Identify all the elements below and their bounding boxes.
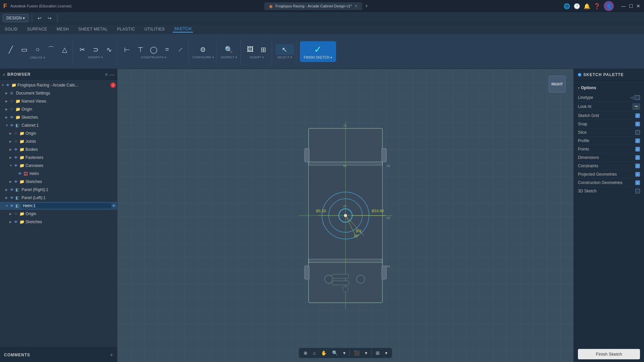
create-rect-btn[interactable]: ▭ (18, 44, 30, 55)
linetype-control[interactable]: ◁ (630, 95, 640, 100)
modify-trim-btn[interactable]: ✂ (76, 44, 88, 55)
undo-button[interactable]: ↩ (36, 15, 44, 21)
inspect-btn[interactable]: 🔍 (220, 44, 238, 55)
canvas[interactable]: RIGHT (117, 69, 574, 362)
finish-sketch-btn[interactable]: ✓ FINISH SKETCH ▾ (300, 41, 336, 62)
tree-item-origin[interactable]: ▶ 👁 📁 Origin (0, 105, 117, 113)
create-triangle-btn[interactable]: △ (58, 44, 70, 55)
tree-item-origin-cab[interactable]: ▶ 👁 📁 Origin (0, 129, 117, 137)
construction-geom-checkbox[interactable]: ✓ (635, 180, 640, 185)
tab-close-icon[interactable]: ✕ (355, 4, 358, 8)
insert-label[interactable]: INSERT ▾ (250, 56, 264, 59)
minimize-button[interactable]: — (621, 4, 626, 8)
sketch-grid-checkbox[interactable]: ✓ (635, 113, 640, 118)
modify-label[interactable]: MODIFY ▾ (88, 56, 103, 59)
nav-globe-icon[interactable]: 🌐 (564, 3, 570, 9)
constraint-vert-btn[interactable]: ⊤ (134, 44, 146, 55)
tree-eye-fasteners[interactable]: 👁 (14, 156, 19, 160)
tab-solid[interactable]: SOLID (3, 26, 19, 32)
configure-btn[interactable]: ⚙ (194, 44, 212, 55)
tab-sheet-metal[interactable]: SHEET METAL (77, 26, 109, 32)
snap-btn[interactable]: ⊕ (302, 349, 310, 357)
tree-eye-sketches[interactable]: 👁 (10, 115, 15, 119)
home-btn[interactable]: ⌂ (311, 349, 318, 357)
select-label[interactable]: SELECT ▾ (277, 56, 292, 59)
view-cube[interactable]: RIGHT (549, 76, 566, 93)
tree-item-panel-right[interactable]: ▶ 👁 ◧ Panel (Right):1 (0, 186, 117, 194)
comments-bar[interactable]: COMMENTS + (0, 347, 117, 362)
select-btn[interactable]: ↖ (275, 44, 294, 55)
constraints-checkbox[interactable]: ✓ (635, 164, 640, 168)
tab-utilities[interactable]: UTILITIES (143, 26, 166, 32)
points-checkbox[interactable]: ✓ (635, 147, 640, 152)
tree-item-doc-settings[interactable]: ▶ ⚙ Document Settings (0, 89, 117, 97)
tree-eye-helm1[interactable]: 👁 (10, 204, 15, 208)
modify-extend-btn[interactable]: ⊃ (90, 44, 102, 55)
document-tab[interactable]: ◉ Frogtopus Racing - Arcade Cabinet Desi… (264, 2, 362, 10)
tree-eye-sketches-helm[interactable]: 👁 (14, 220, 19, 224)
grid-btn[interactable]: ⊞ (374, 349, 382, 357)
create-line-btn[interactable]: ╱ (5, 44, 17, 55)
display-dropdown-btn[interactable]: ▾ (363, 349, 369, 357)
projected-geom-checkbox[interactable]: ✓ (635, 172, 640, 177)
constraint-horiz-btn[interactable]: ⊢ (121, 44, 133, 55)
new-tab-button[interactable]: + (362, 2, 371, 10)
tree-item-origin-helm[interactable]: ▶ 👁 📁 Origin (0, 210, 117, 218)
tree-eye-panel-right[interactable]: 👁 (10, 188, 15, 192)
close-button[interactable]: ✕ (636, 4, 641, 8)
dimensions-checkbox[interactable]: ✓ (635, 155, 640, 160)
constraints-label[interactable]: CONSTRAINTS ▾ (141, 56, 166, 59)
tree-eye-origin-cab[interactable]: 👁 (14, 131, 19, 135)
browser-collapse2-icon[interactable]: — (110, 72, 114, 77)
tree-eye-canvases[interactable]: 👁 (14, 164, 19, 168)
tab-surface[interactable]: SURFACE (26, 26, 49, 32)
tree-item-named-views[interactable]: ▶ 👁 📁 Named Views (0, 97, 117, 105)
slice-checkbox[interactable] (635, 130, 640, 135)
lookat-control[interactable]: 📷 (633, 104, 640, 110)
tree-item-root[interactable]: ▼ 👁 📁 Frogtopus Racing - Arcade Cabi... … (0, 81, 117, 89)
constraint-eq-btn[interactable]: = (161, 44, 173, 55)
insert-image-btn[interactable]: 🖼 (244, 44, 256, 55)
tree-eye-root[interactable]: 👁 (6, 83, 11, 87)
snap-checkbox[interactable]: ✓ (635, 122, 640, 126)
user-avatar[interactable]: 👤 (604, 1, 614, 11)
create-label[interactable]: CREATE ▾ (30, 56, 45, 59)
constraint-circle2-btn[interactable]: ◯ (148, 44, 160, 55)
tree-eye-sketches-cab[interactable]: 👁 (14, 180, 19, 184)
redo-button[interactable]: ↪ (46, 15, 54, 21)
display-mode-btn[interactable]: ⬛ (352, 349, 362, 357)
configure-label[interactable]: CONFIGURE ▾ (192, 56, 214, 59)
maximize-button[interactable]: ☐ (629, 4, 633, 8)
tree-item-sketches-cab[interactable]: ▶ 👁 📁 Sketches (0, 178, 117, 186)
insert-grid-btn[interactable]: ⊞ (258, 44, 270, 55)
tree-eye-origin[interactable]: 👁 (10, 107, 15, 111)
tree-item-panel-left[interactable]: ▶ 👁 ◧ Panel (Left):1 (0, 194, 117, 202)
tree-item-fasteners[interactable]: ▶ 👁 📁 Fasteners (0, 154, 117, 162)
constraint-diag-btn[interactable]: ⟋ (174, 44, 186, 55)
profile-checkbox[interactable]: ✓ (635, 138, 640, 143)
tree-item-joints[interactable]: ▶ 👁 📁 Joints (0, 137, 117, 145)
tab-plastic[interactable]: PLASTIC (116, 26, 137, 32)
tree-item-sketches[interactable]: ▶ 👁 📁 Sketches (0, 113, 117, 121)
nav-bell-icon[interactable]: 🔔 (584, 3, 590, 9)
finish-sketch-palette-button[interactable]: Finish Sketch (578, 349, 640, 359)
nav-help-icon[interactable]: ❓ (594, 3, 600, 9)
modify-spline-btn[interactable]: ∿ (103, 44, 115, 55)
palette-section-header[interactable]: ▾ Options (578, 85, 640, 90)
tree-item-bodies[interactable]: ▶ 👁 📁 Bodies (0, 145, 117, 154)
tree-eye-named-views[interactable]: 👁 (10, 99, 15, 103)
tree-eye-joints[interactable]: 👁 (14, 139, 19, 143)
inspect-label[interactable]: INSPECT ▾ (221, 56, 237, 59)
create-arc-btn[interactable]: ⌒ (45, 44, 57, 55)
3d-sketch-checkbox[interactable] (635, 189, 640, 193)
tree-eye-cabinet[interactable]: 👁 (10, 123, 15, 127)
tree-item-helm-canvas[interactable]: 👁 🖼 Helm (0, 170, 117, 178)
tree-item-canvases[interactable]: ▼ 👁 📁 Canvases (0, 162, 117, 170)
tree-eye-helm[interactable]: 👁 (18, 172, 23, 176)
tree-eye2-helm1[interactable]: 👁 (112, 204, 116, 208)
tab-sketch[interactable]: SKETCH (173, 26, 193, 33)
zoom-btn[interactable]: 🔍 (330, 349, 340, 357)
browser-collapse-icon[interactable]: « (3, 72, 5, 77)
create-circle-btn[interactable]: ○ (32, 44, 44, 55)
tree-eye-bodies[interactable]: 👁 (14, 147, 19, 152)
